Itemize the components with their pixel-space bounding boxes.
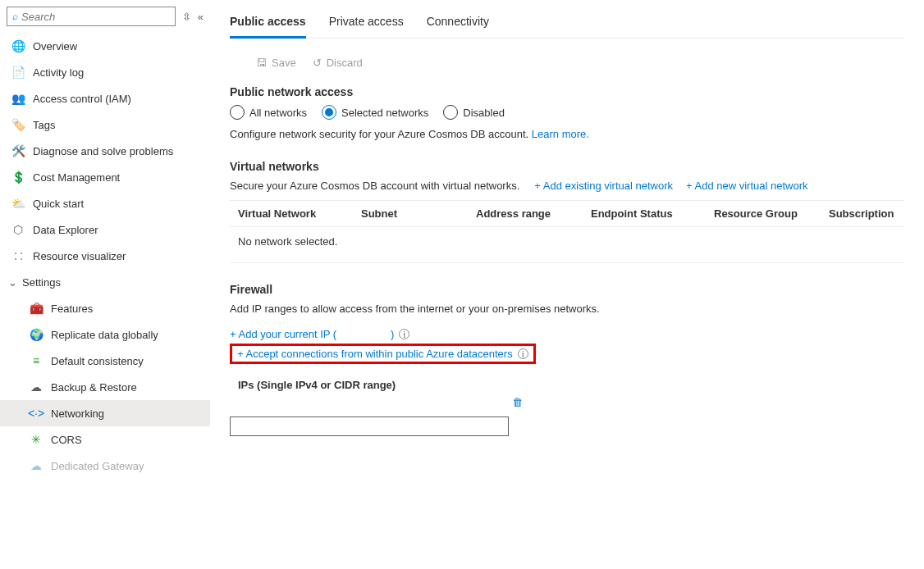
sidebar-item-label: Resource visualizer (33, 250, 126, 262)
sidebar-item-label: Quick start (33, 198, 84, 210)
firewall-heading: Firewall (230, 283, 904, 296)
radio-label: Selected networks (341, 107, 428, 119)
delete-icon[interactable]: 🗑 (512, 396, 523, 408)
ip-input[interactable] (230, 417, 509, 436)
sidebar-item-cors[interactable]: ✳ CORS (0, 426, 210, 453)
search-input[interactable] (21, 11, 170, 23)
sidebar-item-label: Backup & Restore (51, 381, 137, 394)
virtual-networks-heading: Virtual networks (230, 160, 904, 173)
sidebar-item-label: Tags (33, 119, 55, 131)
public-network-access-heading: Public network access (230, 85, 904, 98)
wrench-icon: 🛠️ (11, 144, 25, 157)
sidebar-item-features[interactable]: 🧰 Features (0, 295, 210, 321)
discard-label: Discard (327, 57, 363, 69)
sidebar-item-label: Features (51, 303, 93, 315)
sidebar-item-label: Data Explorer (33, 224, 98, 236)
sort-icon[interactable]: ⇳ (182, 11, 191, 23)
search-input-wrap[interactable]: ⌕ (7, 7, 176, 26)
sidebar-item-tags[interactable]: 🏷️ Tags (0, 112, 210, 138)
vnet-table-header: Virtual Network Subnet Address range End… (230, 200, 904, 227)
add-current-ip-link[interactable]: + Add your current IP (xxx.xxx.xxx) (230, 328, 394, 340)
main-content: Public access Private access Connectivit… (210, 0, 924, 569)
info-icon[interactable]: i (518, 348, 528, 359)
sidebar-item-quick-start[interactable]: ⛅ Quick start (0, 190, 210, 216)
sidebar-item-diagnose[interactable]: 🛠️ Diagnose and solve problems (0, 138, 210, 164)
cors-icon: ✳ (30, 433, 43, 446)
ips-col-label: IPs (Single IPv4 or CIDR range) (230, 379, 904, 391)
ip-row: 🗑 (230, 396, 904, 408)
sidebar: ⌕ ⇳ « 🌐 Overview 📄 Activity log 👥 Access… (0, 0, 210, 569)
sidebar-item-cost-management[interactable]: 💲 Cost Management (0, 164, 210, 190)
tab-public-access[interactable]: Public access (230, 10, 306, 39)
vnet-desc-row: Secure your Azure Cosmos DB account with… (230, 180, 904, 192)
sidebar-item-label: Overview (33, 40, 77, 52)
radio-all-networks[interactable]: All networks (230, 105, 307, 120)
info-icon[interactable]: i (399, 329, 409, 339)
sidebar-item-label: Diagnose and solve problems (33, 145, 173, 157)
settings-group-header[interactable]: ⌄ Settings (0, 269, 210, 295)
radio-disabled[interactable]: Disabled (443, 105, 505, 120)
accept-azure-dc-highlight: + Accept connections from within public … (230, 344, 536, 364)
save-icon: 🖫 (256, 57, 267, 69)
radio-selected-networks[interactable]: Selected networks (322, 105, 428, 120)
sidebar-item-replicate[interactable]: 🌍 Replicate data globally (0, 321, 210, 348)
network-access-radio-group: All networks Selected networks Disabled (230, 105, 904, 120)
radio-label: Disabled (463, 107, 505, 119)
col-subscription: Subscription (829, 207, 896, 220)
sidebar-item-access-control[interactable]: 👥 Access control (IAM) (0, 85, 210, 112)
gateway-icon: ☁ (30, 459, 43, 472)
sidebar-item-dedicated-gateway[interactable]: ☁ Dedicated Gateway (0, 453, 210, 479)
search-icon: ⌕ (12, 11, 18, 22)
sidebar-item-networking[interactable]: <·> Networking (0, 400, 210, 426)
radio-label: All networks (249, 107, 307, 119)
sidebar-item-consistency[interactable]: ≡ Default consistency (0, 348, 210, 374)
vnet-desc-text: Secure your Azure Cosmos DB account with… (230, 180, 519, 192)
add-current-ip-prefix: + Add your current IP ( (230, 328, 336, 340)
col-resource-group: Resource Group (714, 207, 829, 220)
sidebar-item-backup[interactable]: ☁ Backup & Restore (0, 374, 210, 400)
tab-connectivity[interactable]: Connectivity (427, 10, 489, 38)
save-button[interactable]: 🖫 Save (256, 57, 296, 69)
sidebar-item-data-explorer[interactable]: ⬡ Data Explorer (0, 216, 210, 243)
add-existing-vnet-link[interactable]: + Add existing virtual network (534, 180, 673, 192)
tabs: Public access Private access Connectivit… (230, 10, 904, 39)
globe-icon: 🌐 (11, 39, 25, 52)
tag-icon: 🏷️ (11, 118, 25, 131)
settings-label: Settings (22, 276, 61, 289)
add-current-ip-suffix: ) (391, 328, 394, 340)
hint-text: Configure network security for your Azur… (230, 128, 528, 140)
cube-icon: ⬡ (11, 223, 25, 236)
col-subnet: Subnet (361, 207, 476, 220)
graph-icon: ⸬ (11, 249, 25, 262)
sidebar-item-label: Dedicated Gateway (51, 460, 144, 472)
add-new-vnet-link[interactable]: + Add new virtual network (686, 180, 808, 192)
col-address-range: Address range (476, 207, 591, 220)
sidebar-item-overview[interactable]: 🌐 Overview (0, 33, 210, 59)
discard-button[interactable]: ↺ Discard (313, 57, 363, 69)
vnet-empty-row: No network selected. (230, 227, 904, 263)
accept-azure-dc-link[interactable]: + Accept connections from within public … (237, 348, 513, 360)
rocket-icon: ⛅ (11, 197, 25, 210)
sidebar-item-resource-visualizer[interactable]: ⸬ Resource visualizer (0, 243, 210, 269)
collapse-icon[interactable]: « (198, 11, 204, 23)
toolbox-icon: 🧰 (30, 302, 43, 315)
sidebar-item-label: Networking (51, 407, 104, 420)
log-icon: 📄 (11, 66, 25, 79)
bars-icon: ≡ (30, 354, 43, 367)
save-label: Save (272, 57, 296, 69)
tab-private-access[interactable]: Private access (329, 10, 404, 38)
cost-icon: 💲 (11, 171, 25, 184)
firewall-desc: Add IP ranges to allow access from the i… (230, 303, 904, 315)
toolbar: 🖫 Save ↺ Discard (230, 52, 904, 85)
firewall-links: + Add your current IP (xxx.xxx.xxx) i + … (230, 328, 904, 364)
search-row: ⌕ ⇳ « (0, 3, 210, 33)
col-virtual-network: Virtual Network (238, 207, 361, 220)
sidebar-item-label: Replicate data globally (51, 329, 158, 341)
sidebar-item-activity-log[interactable]: 📄 Activity log (0, 59, 210, 85)
learn-more-link[interactable]: Learn more. (532, 128, 589, 140)
network-icon: <·> (30, 407, 43, 420)
vnet-table: Virtual Network Subnet Address range End… (230, 200, 904, 263)
ip-value (230, 399, 509, 406)
undo-icon: ↺ (313, 57, 322, 69)
sidebar-item-label: Activity log (33, 66, 84, 79)
